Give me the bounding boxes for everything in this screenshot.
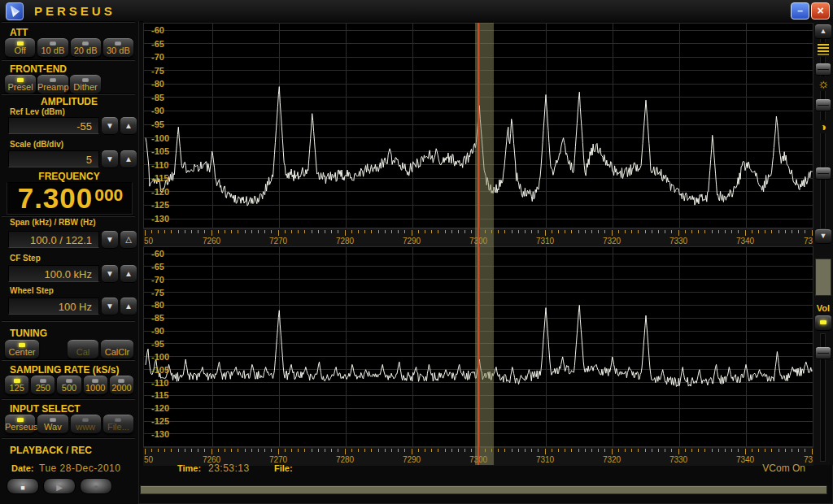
input-select-header: INPUT SELECT bbox=[0, 403, 138, 415]
db-axis-label: -100 bbox=[151, 352, 169, 362]
waterfall-palette-swatch bbox=[815, 259, 831, 296]
playback-buttons: ■ ▶ ● bbox=[7, 478, 112, 494]
button-label: 1000 bbox=[84, 383, 107, 393]
in-button-wav[interactable]: Wav bbox=[37, 415, 68, 434]
in-button-perseus[interactable]: Perseus bbox=[5, 415, 35, 434]
span-down-button[interactable]: ▼ bbox=[102, 231, 118, 249]
ref-lev-field[interactable]: -55 bbox=[8, 117, 99, 134]
sampling-rate-button-row: 12525050010002000 bbox=[0, 376, 138, 393]
db-axis-label: -75 bbox=[151, 66, 164, 76]
playback-progress-bar[interactable] bbox=[140, 485, 827, 494]
spectrum-lines-icon[interactable] bbox=[813, 42, 833, 57]
scale-down-button[interactable]: ▼ bbox=[102, 150, 118, 168]
mute-indicator bbox=[820, 320, 826, 324]
db-axis-label: -65 bbox=[151, 39, 164, 49]
ref-lev-down-button[interactable]: ▼ bbox=[102, 117, 118, 135]
db-axis-label: -120 bbox=[151, 403, 169, 413]
wheel-step-down-button[interactable]: ▼ bbox=[102, 298, 118, 315]
ref-lev-up-button[interactable]: ▲ bbox=[120, 117, 137, 135]
volume-slider-thumb[interactable] bbox=[816, 347, 831, 359]
frequency-axis-label: 7280 bbox=[336, 237, 355, 245]
button-label: Wav bbox=[37, 422, 68, 432]
db-axis-label: -130 bbox=[151, 214, 169, 224]
front-end-button-row: PreselPreampDither bbox=[0, 75, 138, 93]
button-label: www bbox=[71, 422, 101, 432]
span-up-button[interactable]: △ bbox=[120, 231, 137, 249]
frequency-axis-label: 7290 bbox=[403, 237, 421, 245]
contrast-icon[interactable]: ◑ bbox=[813, 120, 833, 133]
button-label: 20 dB bbox=[71, 46, 101, 55]
sr-button-250[interactable]: 250 bbox=[31, 376, 55, 395]
scale-up-button[interactable]: ▲ bbox=[120, 150, 137, 168]
control-sidebar: ATT Off10 dB20 dB30 dB FRONT-END PreselP… bbox=[0, 21, 139, 504]
tun-button-cal[interactable]: Cal bbox=[68, 340, 98, 359]
att-button-30-db[interactable]: 30 dB bbox=[103, 38, 133, 58]
tuning-header: TUNING bbox=[0, 328, 138, 339]
frequency-axis-label: 7260 bbox=[203, 237, 221, 245]
sr-button-500[interactable]: 500 bbox=[57, 376, 81, 395]
brightness-icon[interactable]: ☼ bbox=[813, 76, 833, 91]
span-label: Span (kHz) / RBW (Hz) bbox=[0, 218, 138, 227]
fe-button-preamp[interactable]: Preamp bbox=[37, 75, 68, 94]
db-axis-label: -85 bbox=[151, 313, 164, 323]
play-button[interactable]: ▶ bbox=[43, 478, 76, 494]
frequency-axis-label: 73 bbox=[804, 237, 813, 245]
db-axis-label: -60 bbox=[151, 249, 164, 259]
sr-button-2000[interactable]: 2000 bbox=[110, 376, 133, 395]
wheel-step-up-button[interactable]: ▲ bbox=[120, 298, 137, 315]
att-button-row: Off10 dB20 dB30 dB bbox=[0, 38, 138, 56]
button-label: 2000 bbox=[110, 383, 133, 393]
record-button[interactable]: ● bbox=[80, 478, 112, 494]
sr-button-1000[interactable]: 1000 bbox=[84, 376, 107, 395]
scroll-down-button[interactable]: ▼ bbox=[815, 229, 831, 244]
time-value: 23:53:13 bbox=[208, 463, 250, 474]
att-header: ATT bbox=[0, 27, 138, 38]
in-button-www[interactable]: www bbox=[71, 415, 101, 434]
db-axis-label: -125 bbox=[151, 200, 169, 210]
main-spectrum-plot[interactable]: -60-65-70-75-80-85-90-95-100-105-110-115… bbox=[143, 23, 813, 228]
att-button-10-db[interactable]: 10 dB bbox=[37, 38, 68, 58]
cf-step-label: CF Step bbox=[0, 254, 138, 263]
db-axis-label: -65 bbox=[151, 262, 164, 272]
db-axis-label: -130 bbox=[151, 429, 169, 439]
frequency-display[interactable]: 7.300000 bbox=[7, 182, 133, 215]
display-toolbar: ▲ ☼ ◑ ▼ Vol bbox=[813, 21, 833, 465]
close-button[interactable]: × bbox=[811, 2, 830, 20]
vcom-status: VCom On bbox=[762, 463, 805, 474]
span-field[interactable]: 100.0 / 122.1 bbox=[8, 231, 99, 248]
slider-thumb-2[interactable] bbox=[816, 99, 831, 111]
cf-step-down-button[interactable]: ▼ bbox=[102, 265, 118, 283]
db-axis-label: -75 bbox=[151, 288, 164, 298]
db-axis-label: -70 bbox=[151, 52, 164, 62]
slider-thumb-1[interactable] bbox=[816, 63, 831, 76]
button-label: 500 bbox=[57, 383, 81, 393]
fe-button-presel[interactable]: Presel bbox=[5, 75, 36, 94]
tun-button-center[interactable]: Center bbox=[5, 340, 39, 359]
wheel-step-field[interactable]: 100 Hz bbox=[8, 298, 99, 315]
slider-thumb-3[interactable] bbox=[816, 167, 831, 180]
second-spectrum-plot[interactable]: -60-65-70-75-80-85-90-95-100-105-110-115… bbox=[143, 246, 813, 447]
record-icon: ● bbox=[94, 482, 99, 492]
scale-field[interactable]: 5 bbox=[8, 150, 99, 167]
frequency-axis-label: 7300 bbox=[469, 237, 488, 245]
input-select-button-row: PerseusWavwwwFile... bbox=[0, 415, 138, 432]
att-button-20-db[interactable]: 20 dB bbox=[71, 38, 101, 58]
cf-step-up-button[interactable]: ▲ bbox=[120, 265, 137, 283]
frequency-axis-label: 7320 bbox=[603, 237, 621, 245]
scale-label: Scale (dB/div) bbox=[0, 140, 138, 149]
button-label: Preamp bbox=[37, 82, 68, 92]
title-bar: PERSEUS – × bbox=[0, 0, 833, 22]
sr-button-125[interactable]: 125 bbox=[5, 376, 28, 395]
cf-step-field[interactable]: 100.0 kHz bbox=[8, 265, 99, 282]
minimize-button[interactable]: – bbox=[791, 2, 809, 20]
fe-button-dither[interactable]: Dither bbox=[70, 75, 101, 94]
in-button-file-[interactable]: File... bbox=[103, 415, 133, 434]
mute-button[interactable] bbox=[815, 315, 831, 331]
scroll-up-button[interactable]: ▲ bbox=[815, 24, 831, 39]
stop-button[interactable]: ■ bbox=[7, 478, 39, 494]
att-button-off[interactable]: Off bbox=[5, 38, 35, 58]
tun-button-calclr[interactable]: CalClr bbox=[101, 340, 133, 359]
tuning-button-row: CenterCalCalClr bbox=[0, 340, 138, 358]
button-label: Dither bbox=[70, 82, 101, 92]
db-axis-label: -80 bbox=[151, 79, 164, 89]
